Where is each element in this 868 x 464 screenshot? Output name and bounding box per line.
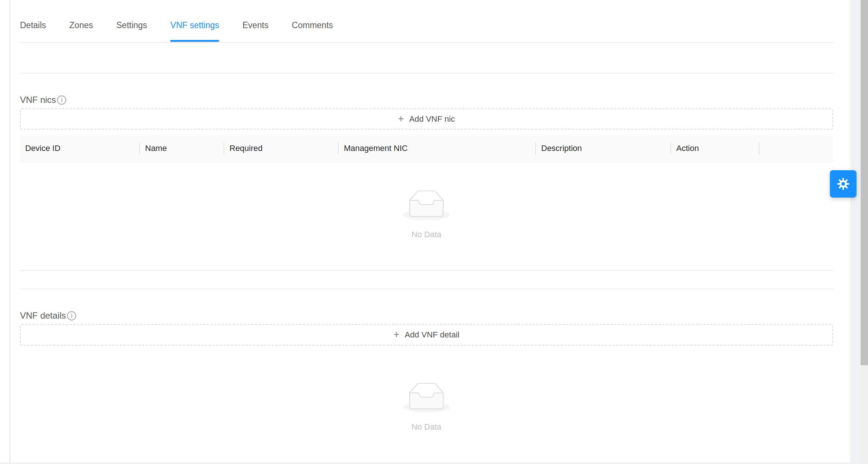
column-header-name: Name [140, 135, 224, 162]
vnf-nics-heading: VNF nics i [20, 94, 833, 105]
vnf-nics-title: VNF nics [20, 95, 56, 105]
section-divider [20, 73, 833, 74]
empty-inbox-icon [403, 190, 450, 220]
vnf-settings-page: Details Zones Settings VNF settings Even… [0, 0, 868, 464]
tab-zones[interactable]: Zones [69, 0, 93, 42]
scrollbar-track [861, 0, 868, 464]
scrollbar-thumb[interactable] [861, 0, 868, 365]
tab-events[interactable]: Events [242, 0, 268, 42]
tab-settings[interactable]: Settings [116, 0, 147, 42]
bottom-gutter [0, 463, 850, 464]
plus-icon: + [398, 114, 404, 124]
no-data-text: No Data [412, 230, 442, 239]
add-vnf-detail-label: Add VNF detail [405, 330, 459, 340]
main-content: Details Zones Settings VNF settings Even… [20, 0, 833, 454]
column-header-action: Action [671, 135, 760, 162]
add-vnf-detail-button[interactable]: + Add VNF detail [20, 324, 833, 346]
empty-inbox-icon [403, 383, 450, 413]
tab-vnf-settings[interactable]: VNF settings [170, 0, 219, 42]
plus-icon: + [393, 329, 399, 340]
gear-icon [836, 177, 850, 191]
column-header-management-nic: Management NIC [339, 135, 536, 162]
panel-left-border [10, 0, 10, 463]
tab-details[interactable]: Details [20, 0, 46, 42]
info-icon[interactable]: i [57, 95, 66, 105]
column-header-description: Description [536, 135, 671, 162]
vnf-nics-table-header: Device ID Name Required Management NIC D… [20, 135, 833, 162]
right-gutter [850, 0, 861, 464]
vnf-details-title: VNF details [20, 310, 66, 321]
add-vnf-nic-label: Add VNF nic [409, 114, 455, 124]
tab-comments[interactable]: Comments [292, 0, 333, 42]
add-vnf-nic-button[interactable]: + Add VNF nic [20, 108, 833, 130]
section-divider [20, 289, 833, 289]
vnf-nics-empty-state: No Data [20, 162, 833, 271]
column-header-spacer [760, 135, 833, 162]
vnf-details-heading: VNF details i [20, 310, 833, 321]
no-data-text: No Data [412, 422, 442, 432]
column-header-required: Required [224, 135, 339, 162]
settings-fab-button[interactable] [830, 170, 857, 198]
info-icon[interactable]: i [67, 311, 76, 320]
column-header-device-id: Device ID [20, 135, 140, 162]
tab-bar: Details Zones Settings VNF settings Even… [20, 0, 833, 43]
vnf-details-empty-state: No Data [20, 346, 833, 454]
